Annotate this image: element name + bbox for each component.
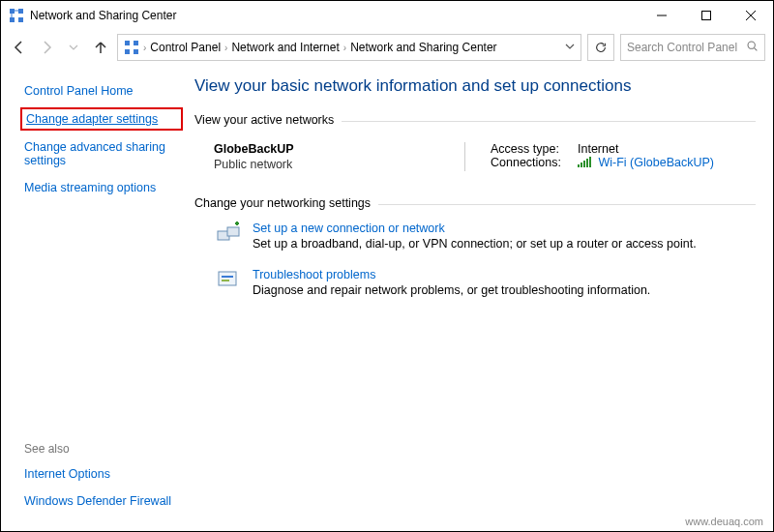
svg-rect-20 xyxy=(222,280,229,281)
access-type-label: Access type: xyxy=(491,142,578,156)
content-area: Control Panel Home Change adapter settin… xyxy=(1,65,773,531)
window-title: Network and Sharing Center xyxy=(30,9,176,22)
breadcrumb-network-sharing[interactable]: Network and Sharing Center xyxy=(350,41,496,54)
connection-link[interactable]: Wi-Fi (GlobeBackUP) xyxy=(598,156,713,169)
network-type: Public network xyxy=(214,158,455,171)
chevron-right-icon: › xyxy=(224,43,227,53)
sidebar-windows-firewall[interactable]: Windows Defender Firewall xyxy=(24,494,179,508)
svg-rect-7 xyxy=(702,12,711,20)
svg-rect-11 xyxy=(134,41,138,45)
search-icon xyxy=(746,40,759,55)
network-center-icon xyxy=(9,8,24,23)
access-type-value: Internet xyxy=(578,142,618,156)
divider xyxy=(378,204,756,205)
minimize-button[interactable] xyxy=(640,1,684,30)
breadcrumb-network-internet[interactable]: Network and Internet xyxy=(231,41,339,54)
svg-rect-19 xyxy=(222,276,233,278)
setup-connection-desc: Set up a broadband, dial-up, or VPN conn… xyxy=(253,237,697,251)
troubleshoot-icon xyxy=(216,268,243,291)
sidebar-control-panel-home[interactable]: Control Panel Home xyxy=(24,84,179,98)
toolbar: › Control Panel › Network and Internet ›… xyxy=(1,30,773,65)
search-placeholder: Search Control Panel xyxy=(627,41,737,54)
change-settings-label: Change your networking settings xyxy=(194,196,371,210)
troubleshoot-link[interactable]: Troubleshoot problems xyxy=(253,268,650,281)
watermark: www.deuaq.com xyxy=(685,516,763,527)
svg-point-14 xyxy=(748,42,755,48)
address-dropdown[interactable] xyxy=(565,41,575,54)
sidebar-change-advanced-sharing[interactable]: Change advanced sharing settings xyxy=(24,140,179,167)
svg-line-15 xyxy=(755,48,758,51)
recent-dropdown[interactable] xyxy=(63,37,84,58)
page-heading: View your basic network information and … xyxy=(194,76,756,96)
refresh-button[interactable] xyxy=(587,34,614,61)
connections-label: Connections: xyxy=(491,156,578,169)
chevron-right-icon: › xyxy=(343,43,346,53)
svg-rect-13 xyxy=(134,49,138,54)
network-name: GlobeBackUP xyxy=(214,142,455,156)
svg-rect-0 xyxy=(10,9,15,14)
back-button[interactable] xyxy=(9,37,30,58)
svg-rect-1 xyxy=(18,9,23,14)
setup-connection-item: Set up a new connection or network Set u… xyxy=(216,222,756,251)
setup-connection-icon xyxy=(216,222,243,245)
svg-rect-18 xyxy=(219,272,236,285)
sidebar-change-adapter-settings[interactable]: Change adapter settings xyxy=(24,111,179,127)
window-controls xyxy=(640,1,773,30)
forward-button[interactable] xyxy=(36,37,57,58)
active-networks-label: View your active networks xyxy=(194,113,334,127)
setup-connection-link[interactable]: Set up a new connection or network xyxy=(253,222,697,235)
svg-rect-2 xyxy=(10,17,15,22)
search-input[interactable]: Search Control Panel xyxy=(620,34,765,61)
active-network-block: GlobeBackUP Public network Access type: … xyxy=(214,142,756,171)
troubleshoot-desc: Diagnose and repair network problems, or… xyxy=(253,283,650,297)
main-panel: View your basic network information and … xyxy=(194,65,773,531)
maximize-button[interactable] xyxy=(684,1,729,30)
network-center-icon xyxy=(124,40,139,55)
close-button[interactable] xyxy=(729,1,773,30)
sidebar: Control Panel Home Change adapter settin… xyxy=(1,65,194,531)
wifi-signal-icon xyxy=(578,157,591,167)
svg-rect-3 xyxy=(18,17,23,22)
divider xyxy=(342,121,756,122)
chevron-right-icon: › xyxy=(143,43,146,53)
breadcrumb-control-panel[interactable]: Control Panel xyxy=(150,41,221,54)
sidebar-internet-options[interactable]: Internet Options xyxy=(24,467,179,481)
svg-rect-17 xyxy=(227,227,239,236)
troubleshoot-item: Troubleshoot problems Diagnose and repai… xyxy=(216,268,756,297)
svg-rect-12 xyxy=(125,49,130,54)
see-also-label: See also xyxy=(24,442,179,456)
svg-rect-10 xyxy=(125,41,130,45)
address-bar[interactable]: › Control Panel › Network and Internet ›… xyxy=(117,34,581,61)
up-button[interactable] xyxy=(90,37,111,58)
sidebar-media-streaming[interactable]: Media streaming options xyxy=(24,181,179,194)
titlebar: Network and Sharing Center xyxy=(1,1,773,30)
